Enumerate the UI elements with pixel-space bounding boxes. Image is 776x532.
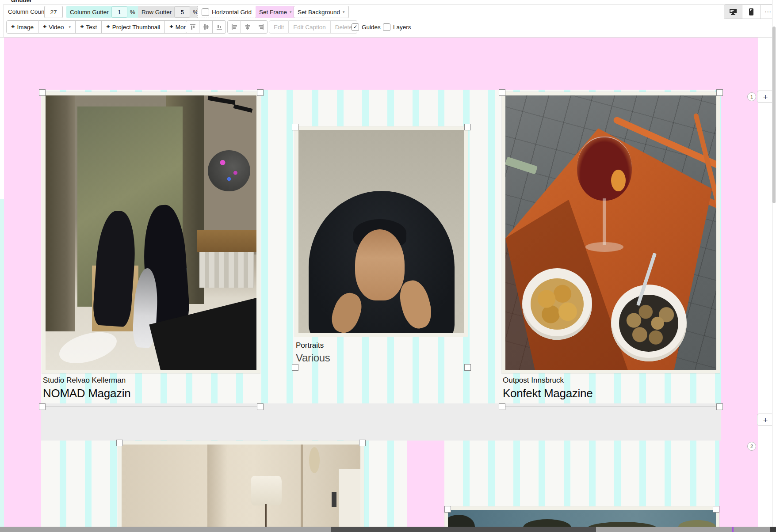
resize-handle[interactable] <box>716 89 723 96</box>
tree-shape <box>448 515 475 527</box>
thumbnail-byline[interactable]: Portraits <box>296 341 324 350</box>
column-count-input[interactable] <box>44 6 63 18</box>
edit-buttons-group: Edit Edit Caption Delete <box>269 20 357 34</box>
column-gutter-control: Column Gutter % <box>66 6 139 18</box>
set-frame-button[interactable]: Set Frame ▾ <box>256 6 295 18</box>
edit-button[interactable]: Edit <box>269 20 289 34</box>
project-thumbnail-landscape[interactable] <box>444 506 719 527</box>
align-left-icon <box>231 23 238 30</box>
thumbnail-photo-studio <box>46 95 256 370</box>
desktop-monitor-icon <box>729 8 737 15</box>
desktop-preview-button[interactable] <box>724 5 742 19</box>
set-background-button[interactable]: Set Background ▾ <box>294 6 349 18</box>
olives-shape <box>619 295 678 352</box>
plus-icon: ✚ <box>169 25 173 29</box>
resize-handle[interactable] <box>116 440 123 446</box>
column-gutter-label: Column Gutter <box>70 9 109 15</box>
resize-handle[interactable] <box>716 403 723 410</box>
lampshade-shape <box>251 476 282 505</box>
horizontal-grid-label: Horizontal Grid <box>212 9 252 15</box>
align-middle-vertical-button[interactable] <box>199 20 213 34</box>
editor-toolbar: Gridder Column Count Column Gutter % Row… <box>0 0 776 38</box>
layers-checkbox[interactable] <box>383 23 390 31</box>
add-video-label: Video <box>49 24 64 30</box>
align-top-button[interactable] <box>186 20 199 34</box>
guides-toggle[interactable]: ✓ Guides <box>352 20 381 34</box>
resize-handle[interactable] <box>39 403 46 410</box>
taralli-shape <box>531 278 584 330</box>
hill-shape <box>678 520 716 527</box>
guides-label: Guides <box>362 24 381 30</box>
add-project-thumbnail-label: Project Thumbnail <box>112 24 161 30</box>
row-gutter-strip <box>41 403 721 441</box>
resize-handle[interactable] <box>464 364 471 371</box>
page-title: Gridder <box>11 0 32 4</box>
guides-checkbox[interactable]: ✓ <box>352 23 359 31</box>
thumbnail-byline[interactable]: Outpost Innsbruck <box>503 376 564 385</box>
align-center-horizontal-icon <box>244 23 251 30</box>
resize-handle[interactable] <box>39 89 46 96</box>
vertical-scrollbar-thumb[interactable] <box>772 27 776 203</box>
resize-handle[interactable] <box>257 89 264 96</box>
thumbnail-photo-aperitivo <box>505 95 716 370</box>
project-thumbnail-konfekt[interactable]: Outpost Innsbruck Konfekt Magazine <box>502 92 720 407</box>
resize-handle[interactable] <box>464 124 471 130</box>
resize-handle[interactable] <box>713 506 719 513</box>
resize-handle[interactable] <box>292 364 298 371</box>
thumbnail-photo-landscape <box>448 510 716 527</box>
project-thumbnail-interior[interactable] <box>118 441 364 527</box>
plus-icon: ✚ <box>106 25 110 29</box>
column-count-label: Column Count <box>8 5 46 19</box>
column-gutter-unit: % <box>130 9 135 15</box>
resize-handle[interactable] <box>257 403 264 410</box>
add-image-button[interactable]: ✚ Image <box>6 20 38 34</box>
add-image-label: Image <box>17 24 34 30</box>
set-frame-label: Set Frame <box>259 9 287 15</box>
thumbnail-title[interactable]: Konfekt Magazine <box>503 387 593 400</box>
row-gutter-control: Row Gutter % <box>138 6 202 18</box>
bowl-shape <box>611 285 687 361</box>
horizontal-grid-checkbox[interactable] <box>202 8 209 16</box>
photo-shape <box>199 252 254 288</box>
resize-handle[interactable] <box>499 403 505 410</box>
edit-caption-button[interactable]: Edit Caption <box>289 20 331 34</box>
add-text-button[interactable]: ✚ Text <box>76 20 102 34</box>
align-right-button[interactable] <box>254 20 268 34</box>
resize-handle[interactable] <box>499 89 505 96</box>
row-gutter-input[interactable] <box>174 6 190 18</box>
project-thumbnail-nomad[interactable]: Studio Relvao Kellerman NOMAD Magazin <box>42 92 260 407</box>
align-bottom-button[interactable] <box>213 20 226 34</box>
resize-handle[interactable] <box>292 124 298 130</box>
horizontal-scrollbar-thumb[interactable] <box>331 527 596 532</box>
plus-icon: + <box>763 93 768 101</box>
column-gutter-input[interactable] <box>111 6 127 18</box>
horizontal-grid-toggle[interactable]: Horizontal Grid <box>197 6 256 18</box>
scrollbar-marker <box>732 527 734 532</box>
project-thumbnail-portraits[interactable]: Portraits Various <box>295 126 468 367</box>
section-number: 1 <box>750 94 753 99</box>
tree-shape <box>523 519 571 527</box>
thumbnail-byline[interactable]: Studio Relvao Kellerman <box>43 376 126 385</box>
add-project-thumbnail-button[interactable]: ✚ Project Thumbnail <box>102 20 165 34</box>
layers-toggle[interactable]: Layers <box>383 20 411 34</box>
insert-buttons-group: ✚ Image ✚ Video ▾ ✚ Text ✚ Project Thumb… <box>6 20 201 34</box>
align-center-horizontal-button[interactable] <box>241 20 254 34</box>
add-video-button[interactable]: ✚ Video ▾ <box>38 20 76 34</box>
layers-label: Layers <box>393 24 411 30</box>
plus-icon: ✚ <box>80 25 84 29</box>
plus-icon: ✚ <box>11 25 15 29</box>
thumbnail-title[interactable]: NOMAD Magazin <box>43 387 130 400</box>
add-section-button[interactable]: + <box>757 414 774 426</box>
chevron-down-icon: ▾ <box>290 10 292 14</box>
add-section-button[interactable]: + <box>757 91 774 103</box>
mobile-preview-button[interactable] <box>742 5 761 19</box>
resize-handle[interactable] <box>359 440 366 446</box>
row-gutter-label: Row Gutter <box>141 9 172 15</box>
align-left-button[interactable] <box>227 20 241 34</box>
resize-handle[interactable] <box>444 506 451 513</box>
set-background-label: Set Background <box>298 9 340 15</box>
thumbnail-title[interactable]: Various <box>296 352 330 364</box>
bed-shape <box>339 469 360 527</box>
glass-base-shape <box>585 242 623 252</box>
delete-label: Delete <box>335 24 352 30</box>
